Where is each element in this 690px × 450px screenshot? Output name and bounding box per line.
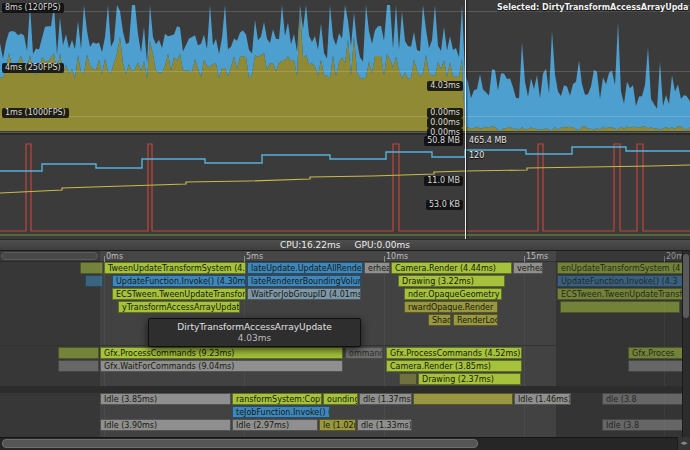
timeline-block[interactable]: lateUpdate.UpdateAllRenderers (4.04 [247,262,363,274]
cpu-axis-label: 1ms (1000FPS) [2,108,69,118]
memory-axis-value: 120 [469,151,484,161]
timeline-block[interactable] [80,262,103,274]
timeline-block[interactable]: Idle (2.97ms) [232,419,318,431]
timeline-block[interactable]: Gfx.Proces [628,347,690,359]
timeline-block[interactable]: Gfx.ProcessCommands (9.23ms) [100,347,343,359]
timeline-block[interactable]: enUpdateTransformSystem (4 [557,262,690,274]
timeline-block[interactable] [628,360,690,372]
tooltip-title: DirtyTransformAccessArrayUpdate [177,322,331,333]
timeline-block[interactable]: Idle (3.8 [602,419,690,431]
selected-frame-value: 4.03ms [427,81,463,91]
horizontal-scroll-thumb[interactable] [2,439,478,448]
timeline-block[interactable]: Idle (3.85ms) [100,393,231,405]
timeline-block[interactable]: RenderLoo [453,314,498,326]
timeline-block[interactable] [58,347,99,359]
cpu-gridline-1ms [0,116,690,117]
cpu-time-stat: CPU:16.22ms [280,240,341,250]
timeline-block[interactable] [58,360,99,372]
timeline-block[interactable]: ransformSystem:CopyTransf [232,393,322,405]
timeline-block[interactable] [399,373,417,385]
timeline-gridline [384,262,385,437]
timeline-block[interactable]: yTransformAccessArrayUpdate (4.03 [118,301,240,313]
timeline-block[interactable] [560,301,680,313]
timeline-block[interactable]: dle (3.8 [602,393,690,405]
timeline-block[interactable]: Camera.Render (4.44ms) [391,262,512,274]
timeline-block[interactable]: le (1.02m [319,419,356,431]
thread-group-separator [0,386,690,393]
timeline-block[interactable]: ommand [345,347,383,359]
timeline-tooltip: DirtyTransformAccessArrayUpdate 4.03ms [148,318,361,347]
timeline-ruler-tick: 10ms [386,252,408,262]
chart-separator [0,132,690,135]
timeline-block[interactable] [413,393,513,405]
unity-profiler-window: Selected: DirtyTransformAccessArrayUpdat… [0,0,690,450]
timeline-block[interactable]: Drawing (2.37ms) [418,373,521,385]
cpu-axis-label: 4ms (250FPS) [2,63,64,73]
timeline-block[interactable]: erhead (1 [364,262,390,274]
cpu-axis-label: 8ms (120FPS) [2,3,64,13]
timeline-block[interactable]: ECSTween.TweenUpdateTransformSyst [112,288,246,300]
timeline-block[interactable]: TweenUpdateTransformSystem (4.30ms) [104,262,246,274]
timeline-block[interactable]: Idle (3.90ms) [100,419,231,431]
timeline-ruler-tick: 0ms [106,252,123,262]
timeline-block[interactable]: Camera.Render (3.85ms) [386,360,522,372]
timeline-block[interactable]: rwardOpaque.Render [404,301,498,313]
timeline-block[interactable]: Gfx.WaitForCommands (9.04ms) [100,360,343,372]
timeline-ruler-tick: 15ms [526,252,548,262]
vertical-scroll-thumb[interactable] [683,254,689,318]
frame-stats-bar: CPU:16.22ms GPU:0.00ms [0,239,690,251]
timeline-block[interactable]: nder.OpaqueGeometry (3.13 [404,288,502,300]
timeline-block[interactable]: oundingV [323,393,358,405]
selected-frame-value: 0.00ms [427,108,463,118]
timeline-block[interactable]: ECSTween.TweenUpdateTransf [557,288,690,300]
timeline-block[interactable]: lateRendererBoundingVolumes (4.03 [247,275,361,287]
cpu-usage-chart[interactable] [0,0,690,132]
timeline-block[interactable] [85,275,103,287]
timeline-block[interactable]: Drawing (3.22ms) [398,275,505,287]
timeline-block[interactable]: WaitForJobGroupID (4.01ms) [247,288,361,300]
tooltip-value: 4.03ms [238,333,272,344]
timeline-block[interactable]: Gfx.ProcessCommands (4.52ms) [386,347,522,359]
memory-axis-value: 465.4 MB [469,136,507,146]
timeline-block[interactable]: dle (1.37ms) [359,393,412,405]
timeline-gridline [524,262,525,437]
selected-frame-value: 0.00ms [427,118,463,128]
timeline-block[interactable]: dle (1.33ms) [357,419,412,431]
cpu-gridline-4ms [0,71,690,72]
timeline-block[interactable]: verhead (1 [513,262,543,274]
timeline-block[interactable]: UpdateFunction.Invoke() (4.30ms) [112,275,246,287]
selected-sample-label: Selected: DirtyTransformAccessArrayUpdat… [497,3,689,12]
memory-selected-value: 53.0 KB [426,200,463,210]
timeline-block[interactable]: teJobFunction.Invoke() (3.0 [232,406,330,418]
gpu-time-stat: GPU:0.00ms [355,240,411,250]
memory-chart[interactable] [0,135,690,239]
memory-selected-value: 50.8 MB [424,136,463,146]
timeline-block[interactable]: Shado [428,314,451,326]
scrollbar-corner: ◂▸ [677,437,690,450]
timeline-block[interactable]: UpdateFunction.Invoke() (4.3 [557,275,690,287]
selected-frame-line[interactable] [465,0,466,239]
timeline-block[interactable]: Idle (1.46ms) [514,393,571,405]
memory-selected-value: 11.0 MB [424,176,463,186]
timeline-ruler-tick: 5ms [246,252,263,262]
